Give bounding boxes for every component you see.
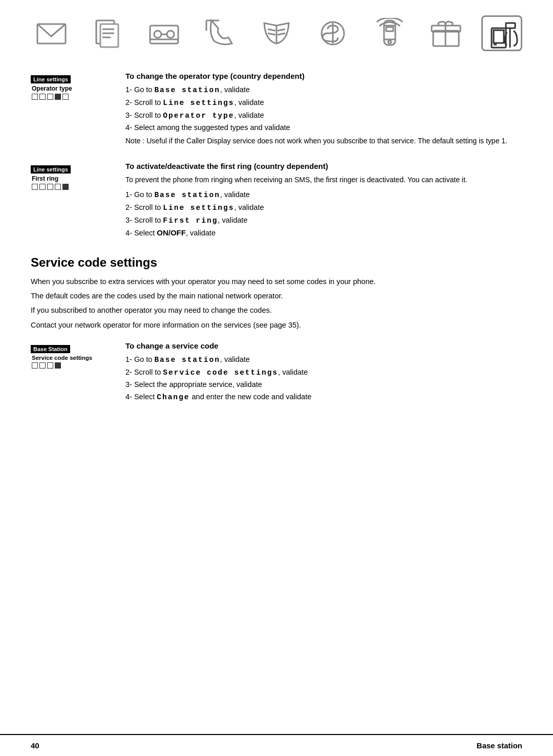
svc-dot-1 bbox=[32, 362, 38, 369]
icon-bar bbox=[0, 0, 553, 61]
change-service-code-heading: To change a service code bbox=[125, 341, 522, 350]
svc-dot-2 bbox=[39, 362, 46, 369]
dot-1 bbox=[32, 94, 38, 100]
operator-type-screen: Line settings Operator type bbox=[31, 74, 110, 100]
page-footer: 40 Base station bbox=[0, 734, 553, 756]
service-step-2: 2- Scroll to Service code settings, vali… bbox=[125, 367, 522, 379]
svg-line-16 bbox=[278, 29, 285, 31]
first-ring-heading: To activate/deactivate the first ring (c… bbox=[125, 162, 522, 170]
change-service-code-section: Base Station Service code settings To ch… bbox=[31, 341, 522, 404]
line-settings-ref-1: Line settings bbox=[163, 99, 234, 107]
screen-label-service: Base Station bbox=[31, 345, 70, 353]
svg-rect-2 bbox=[100, 24, 118, 47]
service-code-heading: Service code settings bbox=[31, 255, 522, 270]
first-ring-screen: Line settings First ring bbox=[31, 164, 110, 190]
footer-title: Base station bbox=[477, 741, 522, 750]
service-code-container: Service code settings When you subscribe… bbox=[31, 255, 522, 404]
first-ring-ref: First ring bbox=[163, 217, 218, 225]
operator-type-heading: To change the operator type (country dep… bbox=[125, 72, 522, 80]
dot-2 bbox=[39, 94, 46, 100]
first-ring-desc: To prevent the phone from ringing when r… bbox=[125, 175, 522, 185]
operator-step-4: 4- Select among the suggested types and … bbox=[125, 122, 522, 134]
screen-sublabel-service: Service code settings bbox=[31, 355, 110, 361]
phone-handset-icon bbox=[200, 15, 241, 51]
svg-rect-29 bbox=[494, 30, 504, 43]
first-ring-step-1: 1- Go to Base station, validate bbox=[125, 189, 522, 201]
service-step-4: 4- Select Change and enter the new code … bbox=[125, 392, 522, 403]
screen-label-first-ring: Line settings bbox=[31, 165, 71, 174]
service-step-3: 3- Select the appropriate service, valid… bbox=[125, 379, 522, 391]
svc-dot-4 bbox=[55, 362, 61, 369]
dot-5 bbox=[62, 94, 69, 100]
ring-dot-4 bbox=[55, 184, 61, 190]
first-ring-step-4: 4- Select ON/OFF, validate bbox=[125, 227, 522, 239]
svg-line-17 bbox=[278, 33, 285, 35]
screen-label-operator: Line settings bbox=[31, 75, 71, 83]
svg-point-8 bbox=[167, 31, 174, 38]
cassette-icon bbox=[143, 15, 184, 51]
operator-type-steps: To change the operator type (country dep… bbox=[125, 72, 522, 146]
screen-sublabel-operator: Operator type bbox=[31, 85, 110, 92]
service-code-ref: Service code settings bbox=[163, 369, 278, 377]
operator-type-ref: Operator type bbox=[163, 112, 234, 120]
service-code-dots bbox=[31, 362, 110, 369]
on-off-ref: ON/OFF bbox=[157, 228, 186, 237]
service-code-desc1: When you subscribe to extra services wit… bbox=[31, 276, 522, 288]
svg-line-14 bbox=[268, 29, 275, 31]
svg-line-15 bbox=[268, 33, 275, 35]
change-ref: Change bbox=[157, 393, 189, 401]
service-code-steps: To change a service code 1- Go to Base s… bbox=[125, 341, 522, 404]
svg-rect-30 bbox=[506, 23, 515, 28]
base-station-ref-2: Base station bbox=[154, 191, 220, 199]
operator-type-section: Line settings Operator type To change th… bbox=[31, 72, 522, 146]
service-code-desc2: The default codes are the codes used by … bbox=[31, 290, 522, 302]
service-step-1: 1- Go to Base station, validate bbox=[125, 354, 522, 366]
operator-step-2: 2- Scroll to Line settings, validate bbox=[125, 97, 522, 109]
envelope-icon bbox=[31, 15, 72, 51]
svg-rect-24 bbox=[386, 27, 393, 31]
operator-step-3: 3- Scroll to Operator type, validate bbox=[125, 110, 522, 122]
service-code-screen: Base Station Service code settings bbox=[31, 344, 110, 369]
dot-4 bbox=[55, 94, 61, 100]
first-ring-step-2: 2- Scroll to Line settings, validate bbox=[125, 202, 522, 214]
dot-3 bbox=[47, 94, 53, 100]
operator-note: Note : Useful if the Caller Display serv… bbox=[125, 136, 522, 146]
screen-sublabel-first-ring: First ring bbox=[31, 175, 110, 182]
operator-dots bbox=[31, 94, 110, 100]
base-station-ref-1: Base station bbox=[154, 86, 220, 94]
ring-dot-5 bbox=[62, 184, 69, 190]
first-ring-dots bbox=[31, 184, 110, 190]
document-icon bbox=[87, 15, 128, 51]
base-station-header-icon bbox=[481, 15, 522, 51]
base-station-ref-3: Base station bbox=[154, 356, 220, 364]
dect-handset-icon bbox=[369, 15, 410, 51]
svg-rect-20 bbox=[384, 20, 395, 45]
first-ring-section: Line settings First ring To activate/dea… bbox=[31, 162, 522, 240]
svc-dot-3 bbox=[47, 362, 53, 369]
ring-dot-1 bbox=[32, 184, 38, 190]
main-content: Line settings Operator type To change th… bbox=[0, 61, 553, 440]
service-code-desc4: Contact your network operator for more i… bbox=[31, 319, 522, 331]
page-container: Line settings Operator type To change th… bbox=[0, 0, 553, 756]
line-settings-ref-2: Line settings bbox=[163, 204, 234, 212]
gift-icon bbox=[425, 15, 466, 51]
operator-step-1: 1- Go to Base station, validate bbox=[125, 84, 522, 96]
svg-point-23 bbox=[388, 40, 391, 44]
footer-page-number: 40 bbox=[31, 741, 39, 750]
ring-dot-3 bbox=[47, 184, 53, 190]
ring-dot-2 bbox=[39, 184, 46, 190]
book-icon bbox=[256, 15, 297, 51]
service-code-desc3: If you subscribed to another operator yo… bbox=[31, 305, 522, 316]
first-ring-steps: To activate/deactivate the first ring (c… bbox=[125, 162, 522, 240]
currency-icon bbox=[312, 15, 353, 51]
svg-point-7 bbox=[154, 31, 161, 38]
first-ring-step-3: 3- Scroll to First ring, validate bbox=[125, 215, 522, 227]
